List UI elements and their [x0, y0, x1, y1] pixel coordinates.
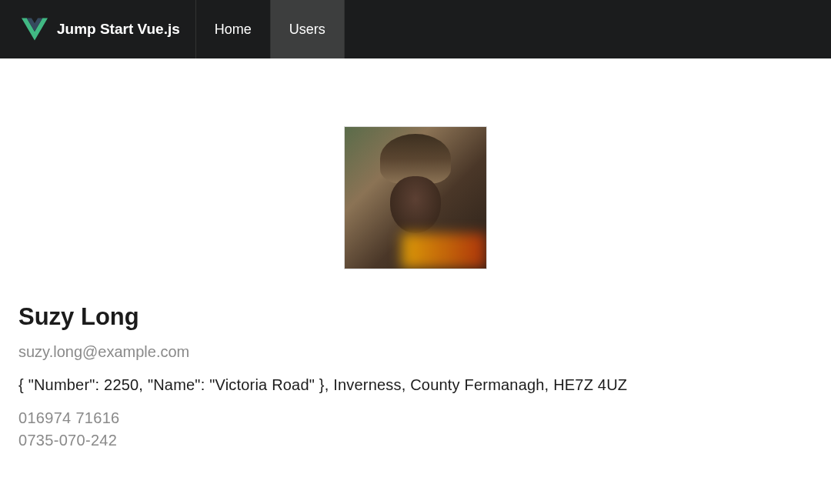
user-email: suzy.long@example.com [18, 343, 813, 361]
avatar-container [18, 126, 813, 272]
content: Suzy Long suzy.long@example.com { "Numbe… [0, 58, 831, 472]
brand[interactable]: Jump Start Vue.js [0, 0, 196, 58]
vue-logo-icon [22, 16, 48, 42]
user-phone-cell: 0735-070-242 [18, 432, 813, 449]
navbar: Jump Start Vue.js Home Users [0, 0, 831, 58]
brand-title: Jump Start Vue.js [57, 21, 180, 38]
nav-item-users[interactable]: Users [271, 0, 345, 58]
nav-item-home[interactable]: Home [196, 0, 271, 58]
user-address: { "Number": 2250, "Name": "Victoria Road… [18, 376, 813, 394]
user-avatar [344, 126, 487, 269]
user-phone-primary: 016974 71616 [18, 409, 813, 427]
user-name: Suzy Long [18, 303, 813, 331]
